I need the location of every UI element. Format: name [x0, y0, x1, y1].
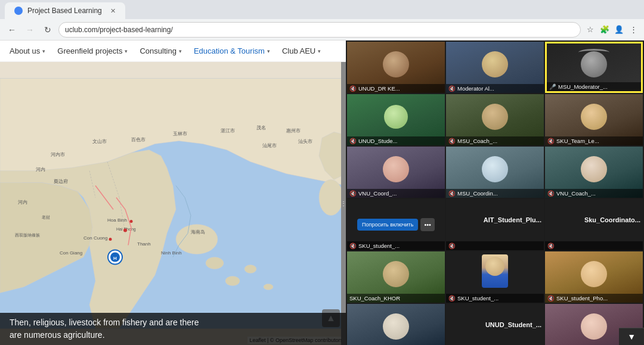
- request-include-button[interactable]: Попросить включить: [357, 219, 418, 231]
- toolbar-icons: ☆ 🧩 👤 ⋮: [584, 24, 639, 36]
- tile-label-msu-coach: 🔇 MSU_Coach_...: [446, 136, 544, 145]
- caption-bar: Then, religious, livestock from fishery …: [0, 313, 346, 345]
- star-icon[interactable]: ☆: [584, 24, 596, 36]
- scroll-down-button[interactable]: ▼: [619, 328, 644, 345]
- site-navigation: About us ▾ Greenfield projects ▾ Consult…: [0, 41, 346, 62]
- tile-label-sku-coach-khor: SKU_Coach_KHOR: [347, 294, 445, 303]
- browser-toolbar: ← → ↻ uclub.com/project-based-learning/ …: [0, 19, 644, 41]
- mic-off-icon-9: 🔇: [349, 243, 357, 249]
- tile-label-msu-moderator: 🎤 MSU_Moderator_...: [547, 82, 641, 91]
- nav-about-us-label: About us: [10, 46, 40, 55]
- svg-text:湛江市: 湛江市: [221, 128, 235, 133]
- svg-point-34: [123, 229, 127, 232]
- tile-label-unud-stude: 🔇 UNUD_Stude...: [347, 136, 445, 145]
- video-tile-vnu-coord: 🔇 VNU_Coord_...: [347, 147, 445, 198]
- map-svg: 河内市 文山市 百色市 玉林市 湛江市 茂名 惠州市 汕头市 汕尾市 河内 奠边…: [0, 62, 346, 345]
- mic-off-icon: 🔇: [349, 85, 357, 92]
- svg-text:奠边府: 奠边府: [54, 179, 68, 184]
- browser-chrome: Project Based Learning ✕ ← → ↻ uclub.com…: [0, 0, 644, 41]
- mic-off-icon-12: 🔇: [448, 295, 456, 302]
- svg-text:文山市: 文山市: [92, 139, 107, 144]
- video-tile-unud-dr-ke: 🔇 UNUD_DR KE...: [347, 42, 445, 93]
- svg-text:汕头市: 汕头市: [298, 139, 312, 144]
- svg-text:河内市: 河内市: [51, 152, 65, 157]
- mic-off-icon-6: 🔇: [349, 190, 357, 197]
- svg-text:H: H: [113, 256, 117, 261]
- tile-label-sku-student-dark2: 🔇 SKU_student_...: [446, 294, 544, 303]
- video-tile-sku-team-le: 🔇 SKU_Team_Le...: [545, 94, 643, 145]
- video-tile-sku-student-pho: 🔇 SKU_student_Pho...: [545, 251, 643, 303]
- video-tile-msu-coach: 🔇 MSU_Coach_...: [446, 94, 544, 145]
- caption-line1: Then, religious, livestock from fishery …: [10, 316, 336, 329]
- tab-favicon: [14, 7, 23, 15]
- mic-off-icon-4: 🔇: [448, 138, 456, 144]
- map-container[interactable]: 河内市 文山市 百色市 玉林市 湛江市 茂名 惠州市 汕头市 汕尾市 河内 奠边…: [0, 62, 346, 345]
- mic-off-icon-2: 🔇: [448, 85, 456, 92]
- more-options-button[interactable]: •••: [420, 218, 435, 231]
- mic-off-icon-3: 🔇: [349, 138, 357, 144]
- nav-about-us-chevron: ▾: [42, 48, 45, 54]
- nav-consulting[interactable]: Consulting ▾: [140, 46, 181, 55]
- nav-club-aeu-chevron: ▾: [318, 48, 321, 54]
- svg-point-36: [109, 238, 112, 241]
- refresh-button[interactable]: ↻: [41, 23, 55, 37]
- address-text: uclub.com/project-based-learning/: [65, 26, 173, 34]
- nav-consulting-label: Consulting: [140, 46, 176, 55]
- tile-label-unud-dr-ke: 🔇 UNUD_DR KE...: [347, 84, 445, 93]
- back-button[interactable]: ←: [5, 23, 19, 37]
- nav-education-chevron: ▾: [267, 48, 270, 54]
- tile-label-sku-coordinato: 🔇: [545, 241, 643, 250]
- address-bar[interactable]: uclub.com/project-based-learning/: [58, 22, 581, 38]
- profile-icon[interactable]: 👤: [613, 24, 625, 36]
- nav-education-label: Education & Tourism: [194, 46, 265, 55]
- video-tile-moderator-al: 🔇 Moderator Al...: [446, 42, 544, 93]
- mic-off-icon-10: 🔇: [448, 243, 456, 249]
- svg-text:汕尾市: 汕尾市: [262, 143, 277, 148]
- svg-text:Con Giang: Con Giang: [60, 250, 82, 256]
- browser-tab[interactable]: Project Based Learning ✕: [5, 2, 125, 19]
- tile-label-vnu-coord: 🔇 VNU_Coord_...: [347, 189, 445, 198]
- video-grid-wrapper[interactable]: 🔇 UNUD_DR KE... 🔇 Moderator Al...: [346, 41, 644, 345]
- request-overlay: Попросить включить •••: [357, 218, 435, 231]
- video-tile-ait-student-plu: AIT_Student_Plu... 🔇: [446, 199, 544, 250]
- svg-text:百色市: 百色市: [131, 137, 145, 142]
- nav-club-aeu-label: Club AEU: [282, 46, 315, 55]
- nav-education-tourism[interactable]: Education & Tourism ▾: [194, 46, 270, 55]
- video-tile-msu-student: 🔇 MSU_Student_...: [347, 304, 445, 345]
- svg-point-3: [225, 276, 240, 286]
- svg-text:河内: 河内: [36, 167, 45, 172]
- video-tile-sku-student-dark: Попросить включить ••• 🔇 SKU_student_...: [347, 199, 445, 250]
- svg-point-5: [264, 284, 273, 290]
- extensions-icon[interactable]: 🧩: [599, 24, 611, 36]
- svg-point-4: [244, 265, 256, 273]
- tab-title: Project Based Learning: [27, 7, 102, 15]
- svg-text:河内: 河内: [18, 200, 27, 205]
- svg-text:Con Cuong: Con Cuong: [83, 235, 107, 241]
- more-options-icon[interactable]: ⋮: [627, 24, 639, 36]
- mic-off-icon-5: 🔇: [547, 138, 555, 144]
- tile-label-vnu-coach: 🔇 VNU_Coach_...: [545, 189, 643, 198]
- browser-tabs: Project Based Learning ✕: [0, 0, 644, 19]
- mic-off-icon-11: 🔇: [547, 243, 555, 249]
- video-grid-panel: 🔇 UNUD_DR KE... 🔇 Moderator Al...: [346, 41, 644, 345]
- mic-on-icon: 🎤: [549, 83, 556, 90]
- tile-label-ait-student: 🔇: [446, 241, 544, 250]
- map-divider-handle[interactable]: ⋮: [341, 62, 346, 345]
- caption-line2: are numerous agriculture.: [10, 329, 336, 341]
- svg-text:茂名: 茂名: [256, 125, 266, 130]
- tile-label-sku-student-pho: 🔇 SKU_student_Pho...: [545, 294, 643, 303]
- video-tile-unud-student-dark: UNUD_Student_... 🔇: [446, 304, 544, 345]
- tile-label-sku-student: 🔇 SKU_student_...: [347, 241, 445, 250]
- browser-content: About us ▾ Greenfield projects ▾ Consult…: [0, 41, 346, 345]
- tile-label-sku-team-le: 🔇 SKU_Team_Le...: [545, 136, 643, 145]
- video-tile-unud-stude: 🔇 UNUD_Stude...: [347, 94, 445, 145]
- nav-about-us[interactable]: About us ▾: [10, 46, 45, 55]
- nav-club-aeu[interactable]: Club AEU ▾: [282, 46, 321, 55]
- svg-text:老挝: 老挝: [42, 215, 50, 219]
- mic-off-icon-7: 🔇: [448, 190, 456, 197]
- nav-greenfield[interactable]: Greenfield projects ▾: [57, 46, 128, 55]
- forward-button[interactable]: →: [23, 23, 37, 37]
- tab-close[interactable]: ✕: [110, 7, 116, 15]
- tile-label-moderator-al: 🔇 Moderator Al...: [446, 84, 544, 93]
- mic-off-icon-13: 🔇: [547, 295, 555, 302]
